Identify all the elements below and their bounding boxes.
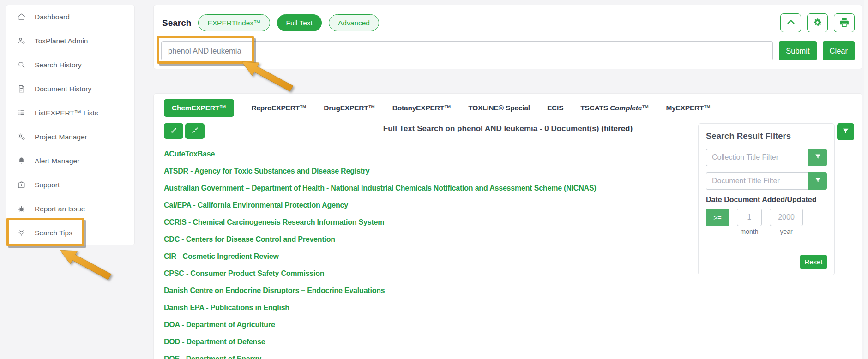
chevron-up-icon bbox=[786, 17, 796, 29]
sidebar-item-label: Alert Manager bbox=[35, 157, 79, 165]
sidebar-item-alert-manager[interactable]: Alert Manager bbox=[6, 149, 134, 173]
tab-toxline-special[interactable]: TOXLINE® Special bbox=[468, 104, 530, 112]
apply-collection-filter-button[interactable] bbox=[808, 149, 827, 166]
collection-link[interactable]: Danish Centre on Endocrine Disruptors – … bbox=[164, 282, 696, 299]
sidebar-item-listexpert-lists[interactable]: ListEXPERT™ Lists bbox=[6, 101, 134, 125]
tab-tscats-complete[interactable]: TSCATS Complete™ bbox=[580, 104, 649, 112]
printer-icon bbox=[839, 17, 850, 29]
tab-myexpert[interactable]: MyEXPERT™ bbox=[666, 104, 711, 112]
month-caption: month bbox=[741, 228, 759, 235]
search-input[interactable] bbox=[161, 41, 773, 60]
list-icon bbox=[17, 108, 26, 117]
expand-icon bbox=[170, 126, 178, 136]
month-input[interactable] bbox=[737, 209, 762, 226]
collapse-search-button[interactable] bbox=[780, 13, 801, 32]
collection-link[interactable]: Australian Government – Department of He… bbox=[164, 180, 696, 197]
year-caption: year bbox=[780, 228, 792, 235]
collection-list: ACuteToxBase ATSDR - Agency for Toxic Su… bbox=[164, 145, 696, 359]
reset-filters-button[interactable]: Reset bbox=[800, 255, 827, 269]
funnel-icon bbox=[814, 177, 821, 185]
collection-link[interactable]: DOD - Department of Defense bbox=[164, 333, 696, 350]
sidebar-item-document-history[interactable]: Document History bbox=[6, 77, 134, 101]
collapse-icon bbox=[191, 126, 199, 136]
sidebar-item-project-manager[interactable]: Project Manager bbox=[6, 125, 134, 149]
bug-icon bbox=[17, 204, 26, 213]
toggle-filters-button[interactable] bbox=[837, 123, 854, 140]
sidebar-item-toxplanet-admin[interactable]: ToxPlanet Admin bbox=[6, 29, 134, 53]
sidebar-item-report-an-issue[interactable]: Report an Issue bbox=[6, 197, 134, 221]
collection-tabs: ChemEXPERT™ ReproEXPERT™ DrugEXPERT™ Bot… bbox=[154, 94, 862, 118]
mode-fulltext-button[interactable]: Full Text bbox=[277, 14, 322, 31]
collection-link[interactable]: ACuteToxBase bbox=[164, 145, 696, 162]
collection-title-filter-input[interactable] bbox=[706, 149, 808, 166]
filters-title: Search Result Filters bbox=[706, 131, 827, 141]
tab-drugexpert[interactable]: DrugEXPERT™ bbox=[324, 104, 375, 112]
sidebar-item-label: ListEXPERT™ Lists bbox=[35, 109, 98, 117]
collection-link[interactable]: CPSC - Consumer Product Safety Commissio… bbox=[164, 265, 696, 282]
funnel-icon bbox=[814, 153, 821, 162]
document-icon bbox=[17, 84, 26, 93]
print-button[interactable] bbox=[834, 13, 855, 32]
support-icon bbox=[17, 180, 26, 189]
date-filter-label: Date Document Added/Updated bbox=[706, 196, 827, 204]
sidebar-item-label: Document History bbox=[35, 85, 91, 93]
collection-link[interactable]: CIR - Cosmetic Ingredient Review bbox=[164, 248, 696, 265]
year-input[interactable] bbox=[770, 209, 803, 226]
mode-advanced-button[interactable]: Advanced bbox=[329, 14, 379, 31]
search-label: Search bbox=[162, 18, 191, 28]
submit-button[interactable]: Submit bbox=[779, 41, 816, 60]
settings-button[interactable] bbox=[807, 13, 828, 32]
results-heading: Full Text Search on phenol AND leukemia … bbox=[383, 124, 633, 133]
tab-chemexpert[interactable]: ChemEXPERT™ bbox=[164, 99, 234, 117]
collection-link[interactable]: Danish EPA - Publications in English bbox=[164, 299, 696, 316]
sidebar-item-support[interactable]: Support bbox=[6, 173, 134, 197]
sidebar-item-label: Report an Issue bbox=[35, 205, 85, 213]
gears-icon bbox=[17, 132, 26, 141]
mode-expertindex-button[interactable]: EXPERTIndex™ bbox=[198, 14, 270, 31]
search-icon bbox=[17, 60, 26, 69]
tab-reproexpert[interactable]: ReproEXPERT™ bbox=[251, 104, 307, 112]
collection-link[interactable]: CDC - Centers for Disease Control and Pr… bbox=[164, 231, 696, 248]
collection-link[interactable]: Cal/EPA - California Environmental Prote… bbox=[164, 197, 696, 214]
sidebar-item-search-tips[interactable]: Search Tips bbox=[6, 221, 134, 245]
lightbulb-icon bbox=[17, 229, 26, 238]
results-panel: ChemEXPERT™ ReproEXPERT™ DrugEXPERT™ Bot… bbox=[153, 93, 862, 359]
clear-button[interactable]: Clear bbox=[823, 41, 855, 60]
tab-botanyexpert[interactable]: BotanyEXPERT™ bbox=[392, 104, 451, 112]
tab-ecis[interactable]: ECIS bbox=[547, 104, 563, 112]
sidebar-item-search-history[interactable]: Search History bbox=[6, 53, 134, 77]
sidebar-item-label: Dashboard bbox=[35, 13, 70, 21]
annotation-arrow-search-tips bbox=[57, 247, 113, 281]
divider bbox=[154, 119, 862, 119]
search-result-filters-panel: Search Result Filters Date Document Adde… bbox=[698, 123, 835, 275]
sidebar-item-dashboard[interactable]: Dashboard bbox=[6, 5, 134, 29]
collection-link[interactable]: DOA - Department of Agriculture bbox=[164, 316, 696, 333]
user-gear-icon bbox=[17, 36, 26, 45]
date-operator-button[interactable]: >= bbox=[706, 209, 729, 226]
vertical-scrollbar[interactable] bbox=[864, 0, 868, 359]
sidebar-item-label: Search History bbox=[35, 61, 82, 69]
funnel-icon bbox=[842, 127, 850, 137]
sidebar-item-label: Support bbox=[35, 181, 60, 189]
home-icon bbox=[17, 12, 26, 21]
collection-link[interactable]: ATSDR - Agency for Toxic Substances and … bbox=[164, 162, 696, 180]
sidebar-item-label: Project Manager bbox=[35, 133, 87, 141]
document-title-filter-input[interactable] bbox=[706, 172, 808, 190]
sidebar: Dashboard ToxPlanet Admin Search History… bbox=[6, 5, 135, 245]
expand-all-button[interactable] bbox=[164, 123, 183, 139]
search-panel: Search EXPERTIndex™ Full Text Advanced S… bbox=[153, 5, 862, 69]
gear-icon bbox=[812, 17, 823, 29]
collapse-all-button[interactable] bbox=[185, 123, 205, 139]
apply-document-filter-button[interactable] bbox=[808, 172, 827, 190]
collection-link[interactable]: DOE - Department of Energy bbox=[164, 350, 696, 359]
sidebar-item-label: ToxPlanet Admin bbox=[35, 37, 88, 45]
bell-icon bbox=[17, 156, 26, 165]
sidebar-item-label: Search Tips bbox=[35, 229, 72, 237]
collection-link[interactable]: CCRIS - Chemical Carcinogenesis Research… bbox=[164, 214, 696, 231]
